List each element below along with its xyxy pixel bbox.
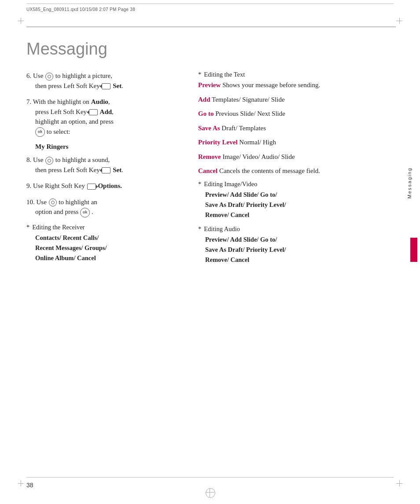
ok-icon-step7: ok	[35, 127, 45, 137]
step6-indent: then press Left Soft Key Set.	[35, 81, 185, 91]
step7-text: 7. With the highlight on Audio,	[26, 98, 110, 105]
step9-options: Options.	[98, 182, 122, 189]
left-column: 6. Use to highlight a picture, then pres…	[26, 71, 185, 271]
add-label: Add	[198, 96, 210, 103]
step6-text: 6. Use to highlight a picture,	[26, 72, 112, 79]
goto-item: Go to Previous Slide/ Next Slide	[198, 109, 396, 119]
footer-rule-line	[26, 477, 394, 478]
step7-toselect: to select:	[47, 128, 70, 135]
imagevideo-options: Preview/ Add Slide/ Go to/Save As Draft/…	[205, 191, 286, 218]
my-ringers-label: My Ringers	[35, 143, 185, 151]
editing-receiver-text: Editing the Receiver	[32, 224, 85, 231]
step7-indent: press Left Soft Key Add,	[35, 107, 185, 117]
step7-audio: Audio	[91, 98, 108, 105]
page-title: Messaging	[26, 40, 396, 59]
step9-text: 9. Use Right Soft Key Options.	[26, 182, 122, 189]
step8-then: then press Left Soft Key	[35, 166, 101, 173]
nav-icon-step10	[49, 199, 57, 206]
main-content: Messaging 6. Use to highlight a picture,…	[26, 40, 396, 469]
step-6: 6. Use to highlight a picture, then pres…	[26, 71, 185, 91]
top-rule-line	[26, 26, 396, 27]
nav-icon-step6	[45, 73, 53, 81]
corner-mark-tr	[396, 18, 402, 24]
softkey-left-step7	[89, 109, 98, 115]
editing-audio-bullet: * Editing Audio	[198, 225, 396, 233]
step10-indent: option and press ok .	[35, 207, 185, 217]
page-wrapper: UX585_Eng_080911.qxd 10/15/08 2:07 PM Pa…	[0, 0, 420, 504]
step7-indent3: ok to select:	[35, 127, 185, 137]
saveas-text: Draft/ Templates	[221, 125, 266, 132]
step-8: 8. Use to highlight a sound, then press …	[26, 155, 185, 175]
preview-item: Preview Shows your message before sendin…	[198, 80, 396, 90]
priority-label: Priority Level	[198, 139, 238, 146]
sidebar-bar-accent	[410, 238, 417, 262]
step8-text: 8. Use to highlight a sound,	[26, 156, 110, 163]
ok-icon-step10: ok	[80, 208, 90, 217]
priority-text: Normal/ High	[239, 139, 276, 146]
step6-period: .	[122, 82, 123, 89]
step6-then: then press Left Soft Key	[35, 82, 101, 89]
corner-mark-bl	[18, 480, 24, 486]
step7-highlight: highlight an option, and press	[35, 118, 114, 125]
cancel-label: Cancel	[198, 167, 217, 174]
step10-text: 10. Use to highlight an	[26, 199, 97, 206]
star-imagevideo: *	[198, 180, 201, 188]
step8-indent: then press Left Soft Key Set.	[35, 165, 185, 175]
editing-text-label: Editing the Text	[204, 71, 245, 78]
editing-receiver-bullet: * Editing the Receiver	[26, 224, 185, 231]
receiver-sub-text: Contacts/ Recent Calls/Recent Messages/ …	[35, 233, 185, 264]
step7-add: Add	[100, 108, 112, 115]
step7-indent2: highlight an option, and press	[35, 117, 185, 127]
remove-text: Image/ Video/ Audio/ Slide	[222, 153, 295, 160]
editing-imagevideo-bullet: * Editing Image/Video	[198, 180, 396, 188]
step-7: 7. With the highlight on Audio, press Le…	[26, 97, 185, 137]
header-bar: UX585_Eng_080911.qxd 10/15/08 2:07 PM Pa…	[26, 4, 394, 13]
step-9: 9. Use Right Soft Key Options.	[26, 181, 185, 191]
saveas-label: Save As	[198, 125, 220, 132]
editing-text-bullet: * Editing the Text	[198, 71, 396, 78]
cancel-text: Cancels the contents of message field.	[219, 167, 320, 174]
softkey-left-step8	[102, 167, 111, 173]
step6-number: 6. Use	[26, 72, 45, 79]
goto-text: Previous Slide/ Next Slide	[215, 110, 285, 117]
right-column: * Editing the Text Preview Shows your me…	[198, 71, 396, 271]
imagevideo-sub-text: Preview/ Add Slide/ Go to/Save As Draft/…	[205, 190, 396, 221]
saveas-item: Save As Draft/ Templates	[198, 123, 396, 133]
step8-period: .	[122, 166, 123, 173]
step7-press: press Left Soft Key	[35, 108, 88, 115]
step-10: 10. Use to highlight an option and press…	[26, 197, 185, 217]
receiver-contacts: Contacts/ Recent Calls/Recent Messages/ …	[35, 234, 107, 261]
step10-dot: .	[92, 208, 93, 215]
step6-text-after: to highlight a picture,	[55, 72, 112, 79]
add-item: Add Templates/ Signature/ Slide	[198, 95, 396, 105]
audio-options: Preview/ Add Slide/ Go to/Save As Draft/…	[205, 236, 286, 263]
page-number: 38	[26, 482, 33, 489]
audio-sub-text: Preview/ Add Slide/ Go to/Save As Draft/…	[205, 235, 396, 265]
add-text: Templates/ Signature/ Slide	[212, 96, 285, 103]
corner-mark-tl	[18, 18, 24, 24]
remove-label: Remove	[198, 153, 221, 160]
two-column-layout: 6. Use to highlight a picture, then pres…	[26, 71, 396, 271]
step10-option: option and press	[35, 208, 80, 215]
star-text: *	[198, 71, 201, 78]
nav-icon-step8	[45, 157, 53, 165]
editing-imagevideo-label: Editing Image/Video	[204, 180, 257, 188]
editing-audio-label: Editing Audio	[204, 225, 240, 233]
softkey-left-step6	[102, 83, 111, 89]
step8-set: Set	[113, 166, 122, 173]
remove-item: Remove Image/ Video/ Audio/ Slide	[198, 152, 396, 162]
softkey-right-step9	[87, 184, 96, 190]
star-audio: *	[198, 225, 201, 233]
header-text: UX585_Eng_080911.qxd 10/15/08 2:07 PM Pa…	[26, 7, 135, 12]
bottom-crosshair	[206, 488, 214, 497]
step6-bold: Set	[113, 82, 122, 89]
priority-item: Priority Level Normal/ High	[198, 137, 396, 147]
preview-label: Preview	[198, 81, 221, 88]
step7-comma: ,	[112, 108, 114, 115]
corner-mark-br	[396, 480, 402, 486]
star-receiver: *	[26, 224, 29, 231]
preview-text: Shows your message before sending.	[222, 81, 320, 88]
cancel-item: Cancel Cancels the contents of message f…	[198, 166, 396, 176]
sidebar-label: Messaging	[407, 167, 412, 199]
goto-label: Go to	[198, 110, 214, 117]
